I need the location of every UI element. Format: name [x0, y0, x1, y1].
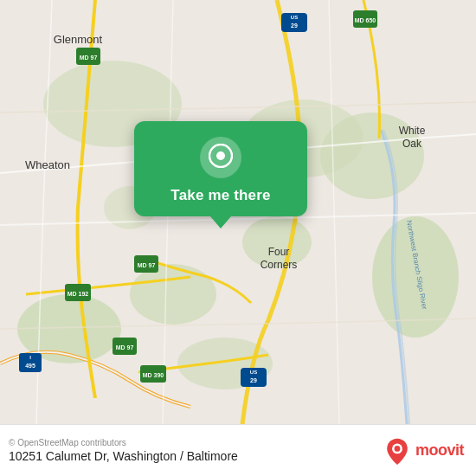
footer-bar: © OpenStreetMap contributors 10251 Calum…	[0, 424, 476, 476]
svg-text:MD 650: MD 650	[355, 17, 376, 23]
popup-card: Take me there	[134, 121, 307, 216]
svg-text:US: US	[250, 370, 257, 375]
svg-text:Four: Four	[268, 246, 290, 258]
svg-point-2	[130, 264, 216, 325]
svg-text:29: 29	[250, 377, 257, 383]
svg-text:29: 29	[291, 23, 298, 29]
svg-point-41	[395, 446, 401, 452]
svg-text:Oak: Oak	[402, 138, 422, 150]
footer-left: © OpenStreetMap contributors 10251 Calum…	[9, 438, 238, 463]
svg-text:US: US	[291, 15, 298, 20]
svg-text:MD 97: MD 97	[80, 55, 98, 61]
svg-text:MD 390: MD 390	[143, 372, 164, 378]
svg-point-39	[216, 151, 225, 160]
svg-text:Wheaton: Wheaton	[25, 158, 70, 171]
svg-text:Glenmont: Glenmont	[54, 33, 103, 46]
svg-text:MD 97: MD 97	[138, 262, 156, 268]
take-me-there-button[interactable]: Take me there	[170, 187, 270, 204]
location-icon-circle	[200, 137, 241, 178]
svg-text:MD 97: MD 97	[116, 344, 134, 351]
moovit-label: moovit	[415, 441, 464, 460]
moovit-logo: moovit	[383, 437, 464, 465]
svg-text:White: White	[399, 125, 426, 137]
address-text: 10251 Calumet Dr, Washington / Baltimore	[9, 449, 238, 463]
location-pin-icon	[209, 144, 233, 171]
moovit-icon	[383, 437, 411, 465]
osm-attribution: © OpenStreetMap contributors	[9, 438, 238, 447]
svg-text:Corners: Corners	[261, 259, 298, 271]
svg-text:MD 192: MD 192	[68, 291, 89, 297]
svg-text:495: 495	[25, 363, 35, 369]
map-container: MD 97 MD 97 MD 97 MD 650 US 29 US 29 I 4…	[0, 0, 476, 424]
